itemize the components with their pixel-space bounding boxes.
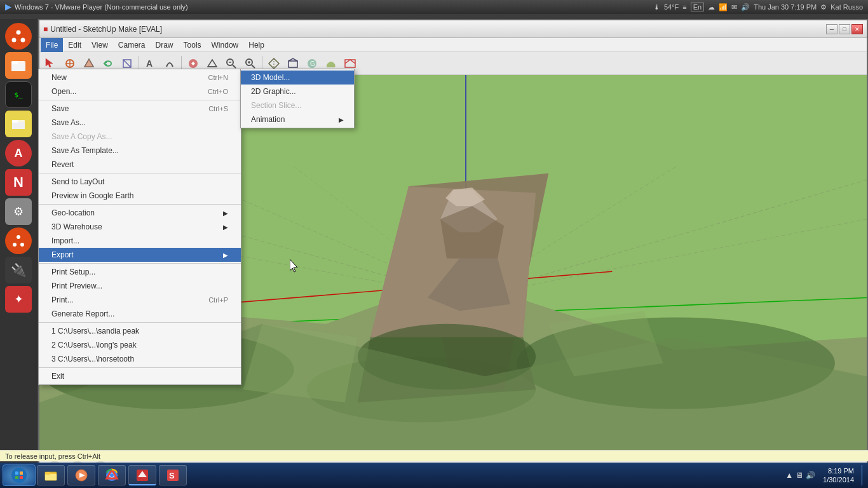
taskbar-sketchup2[interactable]: S [159,465,187,485]
menu-import[interactable]: Import... [39,234,241,248]
menu-geo-location[interactable]: Geo-location ▶ [39,206,241,220]
menu-save-shortcut: Ctrl+S [208,105,228,112]
ubuntu-home-icon[interactable] [5,23,32,50]
svg-marker-17 [85,59,93,67]
menu-open-shortcut: Ctrl+O [208,88,228,95]
taskbar-time: 8:19 PM [823,466,854,475]
menu-file[interactable]: File [41,38,63,52]
taskbar-clock[interactable]: 8:19 PM 1/30/2014 [818,466,859,485]
menu-save-copy-label: Save A Copy As... [51,132,112,141]
n-icon[interactable]: N [5,169,32,196]
menu-print[interactable]: Print... Ctrl+P [39,293,241,307]
taskbar-sound-icon[interactable]: 🔊 [806,471,815,480]
sketchup-title: Untitled - SketchUp Make [EVAL] [50,25,162,34]
menu-tools[interactable]: Tools [179,38,207,52]
menu-help[interactable]: Help [243,38,269,52]
minimize-button[interactable]: ─ [826,24,837,34]
menu-print-setup[interactable]: Print Setup... [39,265,241,279]
menu-open[interactable]: Open... Ctrl+O [39,85,241,98]
svg-text:G: G [310,60,315,67]
taskbar-sketchup-task[interactable] [128,465,156,485]
menu-window[interactable]: Window [207,38,244,52]
warehouse-arrow-icon: ▶ [223,224,228,231]
taskbar-media[interactable] [67,465,95,485]
menu-view[interactable]: View [86,38,113,52]
menu-open-label: Open... [51,87,76,96]
menu-import-label: Import... [51,236,79,245]
volume-icon: 🔊 [741,3,750,11]
close-button[interactable]: ✕ [851,24,863,34]
vmware-title: Windows 7 - VMware Player (Non-commercia… [15,3,188,11]
maximize-button[interactable]: □ [839,24,850,34]
taskbar-files[interactable] [37,465,65,485]
menu-generate-report[interactable]: Generate Report... [39,307,241,321]
apps-icon[interactable]: A [5,140,32,166]
svg-text:S: S [169,471,175,480]
menu-save-as[interactable]: Save As... [39,116,241,130]
menu-edit[interactable]: Edit [63,38,86,52]
menu-new[interactable]: New Ctrl+N [39,71,241,85]
menu-recent-2[interactable]: 2 C:\Users\...\long's peak [39,338,241,352]
menu-print-preview[interactable]: Print Preview... [39,279,241,293]
svg-rect-34 [345,60,355,67]
export-animation[interactable]: Animation ▶ [241,112,354,126]
menu-exit[interactable]: Exit [39,369,241,383]
file-manager-icon[interactable] [5,111,32,137]
export-3d-model[interactable]: 3D Model... [241,71,354,85]
menu-revert[interactable]: Revert [39,158,241,172]
menu-icon: ≡ [682,3,686,11]
svg-point-75 [110,473,114,477]
taskbar: S ▲ 🖥 🔊 8:19 PM 1/30/2014 [0,463,868,488]
menu-3d-warehouse[interactable]: 3D Warehouse ▶ [39,220,241,234]
file-dropdown-menu: New Ctrl+N Open... Ctrl+O Save Ctrl+S Sa… [38,69,241,385]
taskbar-chevron[interactable]: ▲ [785,471,793,480]
export-3d-label: 3D Model... [251,73,290,82]
menu-camera[interactable]: Camera [113,38,151,52]
menu-preview-earth[interactable]: Preview in Google Earth [39,189,241,203]
menu-export[interactable]: Export ▶ [39,248,241,262]
menu-draw[interactable]: Draw [151,38,179,52]
settings-gear-icon[interactable]: ⚙ [5,198,32,225]
sketchup-dock-icon[interactable]: ✦ [5,286,32,313]
email-icon: ✉ [731,3,737,11]
animation-arrow-icon: ▶ [339,116,344,123]
export-2d-label: 2D Graphic... [251,87,296,96]
files-icon[interactable] [5,52,32,79]
start-button[interactable] [3,464,36,486]
temp-display: 54°F [664,3,679,11]
svg-point-1 [17,30,21,35]
menu-save[interactable]: Save Ctrl+S [39,102,241,116]
menu-send-layout-label: Send to LayOut [51,177,104,186]
menu-sep-1 [39,100,241,100]
menu-recent-1[interactable]: 1 C:\Users\...\sandia peak [39,324,241,338]
svg-rect-8 [12,122,25,129]
user-name: Kat Russo [831,3,863,11]
menu-exit-label: Exit [51,372,64,381]
terminal-icon[interactable]: $_ [5,81,32,108]
menu-save-template[interactable]: Save As Template... [39,144,241,158]
export-2d-graphic[interactable]: 2D Graphic... [241,85,354,98]
ubuntu-software-icon[interactable] [5,227,32,254]
svg-rect-70 [45,472,50,475]
svg-point-11 [17,235,20,239]
taskbar-chrome[interactable] [98,465,126,485]
menu-save-template-label: Save As Template... [51,146,119,155]
sketchup-logo-icon: ■ [43,25,48,34]
menu-sep-5 [39,322,241,323]
menu-recent-3[interactable]: 3 C:\Users\...\horsetooth [39,352,241,366]
svg-rect-67 [20,476,23,479]
menu-geo-label: Geo-location [51,208,95,217]
svg-marker-14 [46,58,53,67]
su-window-controls: ─ □ ✕ [826,24,863,34]
show-desktop-icon[interactable] [862,465,865,485]
svg-text:A: A [146,58,153,69]
sketchup-titlebar: ■ Untitled - SketchUp Make [EVAL] ─ □ ✕ [39,20,867,38]
export-arrow-icon: ▶ [223,252,228,259]
taskbar-date: 1/30/2014 [823,475,854,484]
export-section-slice: Section Slice... [241,98,354,112]
time-display: Thu Jan 30 7:19 PM [754,3,817,11]
export-submenu: 3D Model... 2D Graphic... Section Slice.… [240,69,355,128]
plugin-icon[interactable]: 🔌 [5,257,32,283]
menu-sep-2 [39,173,241,173]
menu-send-layout[interactable]: Send to LayOut [39,175,241,189]
